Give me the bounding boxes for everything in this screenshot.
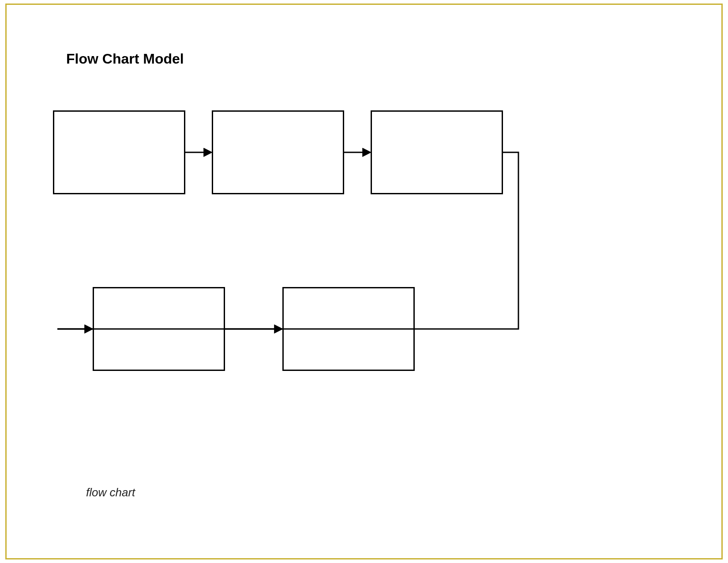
flow-box-2 bbox=[212, 110, 344, 194]
diagram-caption: flow chart bbox=[86, 486, 135, 499]
flow-box-3 bbox=[371, 110, 503, 194]
flow-box-4 bbox=[93, 287, 225, 371]
diagram-title: Flow Chart Model bbox=[66, 51, 184, 67]
flowchart-canvas: Flow Chart Model flow chart bbox=[0, 0, 728, 563]
arrow-layer bbox=[0, 0, 728, 563]
flow-box-5 bbox=[282, 287, 415, 371]
flow-box-1 bbox=[53, 110, 185, 194]
